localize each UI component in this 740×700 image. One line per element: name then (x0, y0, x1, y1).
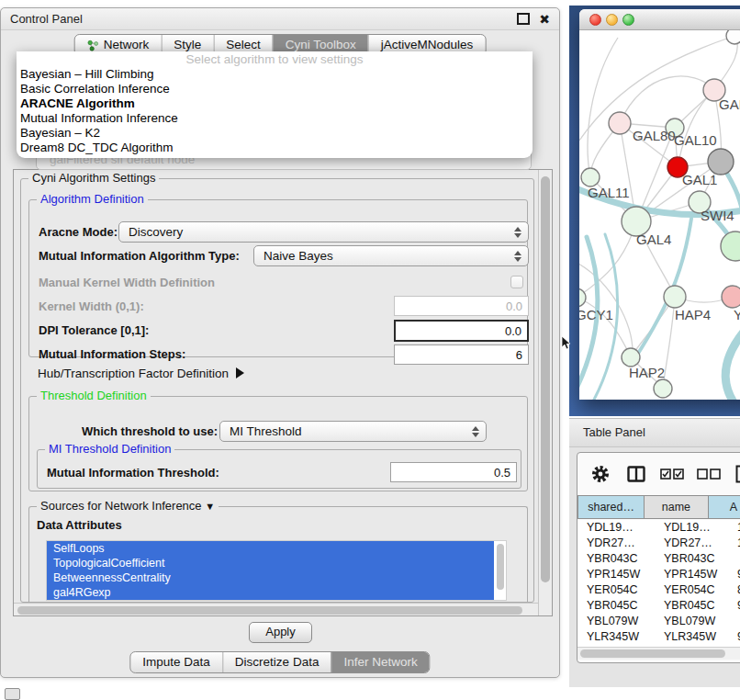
table-row[interactable]: YBL079WYBL079W (577, 614, 740, 629)
network-desktop: GAL GAL80 GAL10 GAL1 GAL11 SWI4 GAL4 GCY… (569, 6, 740, 416)
dpi-tolerance-label: DPI Tolerance [0,1]: (39, 323, 149, 337)
cyni-bottom-tabbar: Impute Data Discretize Data Infer Networ… (129, 651, 430, 673)
dropdown-option[interactable]: Dream8 DC_TDC Algorithm (17, 141, 533, 155)
mouse-cursor (561, 336, 572, 351)
group-mi-threshold: MI Threshold Definition Mutual Informati… (37, 449, 521, 489)
tab-impute-data[interactable]: Impute Data (130, 652, 222, 672)
group-algorithm-definition: Algorithm Definition Aracne Mode: Discov… (28, 199, 528, 357)
which-threshold-select[interactable]: MI Threshold (219, 421, 487, 442)
deselect-all-rows-icon[interactable] (697, 469, 721, 480)
mi-type-select[interactable]: Naive Bayes (253, 245, 529, 266)
table-header-row: shared… name A (577, 495, 740, 519)
collapse-arrow-icon[interactable]: ▼ (205, 501, 215, 512)
attribute-item[interactable]: BetweennessCentrality (47, 570, 499, 585)
kernel-width-input: 0.0 (394, 296, 529, 316)
float-panel-icon[interactable] (517, 13, 530, 25)
list-scrollbar[interactable] (494, 541, 506, 600)
group-sources: Sources for Network Inference ▼ Data Att… (28, 506, 528, 604)
kernel-width-label: Kernel Width (0,1): (39, 299, 144, 313)
table-panel: shared… name A YDL19…YDL19…13 YDR27…YDR2… (577, 452, 740, 663)
table-panel-title: Table Panel (569, 419, 740, 447)
node-label: SWI4 (701, 208, 734, 223)
settings-vertical-scrollbar[interactable] (538, 170, 552, 616)
group-threshold-definition: Threshold Definition Which threshold to … (28, 396, 528, 491)
expander-arrow-icon (236, 367, 244, 378)
select-all-rows-icon[interactable] (660, 469, 684, 480)
data-attributes-list[interactable]: SelfLoops TopologicalCoefficient Between… (46, 540, 507, 601)
dropdown-placeholder: Select algorithm to view settings (17, 51, 533, 67)
hub-definition-expander[interactable]: Hub/Transcription Factor Definition (38, 367, 244, 380)
attribute-item[interactable]: SelfLoops (47, 541, 499, 556)
dpi-tolerance-input[interactable]: 0.0 (394, 320, 529, 342)
aracne-mode-label: Aracne Mode: (39, 225, 118, 239)
dropdown-option[interactable]: Mutual Information Inference (17, 111, 533, 126)
dropdown-option[interactable]: Basic Correlation Inference (17, 82, 533, 96)
which-threshold-label: Which threshold to use: (82, 424, 218, 438)
table-rows: YDL19…YDL19…13 YDR27…YDR27…12 YBR043CYBR… (577, 520, 740, 647)
zoom-window-icon[interactable] (622, 14, 634, 26)
table-row[interactable]: YBR045CYBR045C9. (577, 598, 740, 614)
minimized-panel-icon[interactable] (5, 688, 20, 700)
close-panel-icon[interactable]: ✖ (539, 13, 550, 26)
mi-threshold-label: Mutual Information Threshold: (47, 466, 219, 480)
node-label: GAL4 (636, 231, 671, 247)
control-panel-titlebar: Control Panel ✖ (1, 8, 559, 30)
sources-title: Sources for Network Inference (40, 499, 202, 513)
apply-button[interactable]: Apply (249, 622, 312, 643)
attribute-item[interactable]: gal4RGexp (47, 585, 499, 600)
stepper-arrows-icon (514, 227, 521, 238)
table-row[interactable]: YDL19…YDL19…13 (577, 520, 740, 536)
manual-kernel-checkbox[interactable] (510, 276, 523, 288)
table-row[interactable]: YBR043CYBR043C (577, 551, 740, 567)
settings-horizontal-scrollbar[interactable] (14, 603, 540, 616)
dropdown-option-aracne[interactable]: ARACNE Algorithm (17, 96, 533, 111)
gear-icon[interactable] (590, 464, 611, 484)
algorithm-dropdown-list: Select algorithm to view settings Bayesi… (17, 51, 533, 158)
control-panel-title: Control Panel (10, 12, 83, 26)
node-label: GAL11 (588, 185, 630, 200)
table-panel-section: Table Panel (569, 418, 740, 687)
cyni-settings-pane: Cyni Algorithm Settings Algorithm Defini… (13, 169, 553, 616)
dropdown-option[interactable]: Bayesian – K2 (17, 126, 533, 141)
node-label: HAP2 (629, 365, 665, 380)
node-label: Y (734, 307, 740, 322)
mi-type-label: Mutual Information Algorithm Type: (39, 249, 240, 263)
data-attributes-label: Data Attributes (37, 518, 122, 532)
table-row[interactable]: YDR27…YDR27…12 (577, 536, 740, 551)
group-title: Cyni Algorithm Settings (28, 171, 159, 186)
tab-discretize-data[interactable]: Discretize Data (222, 652, 331, 672)
dropdown-option[interactable]: Bayesian – Hill Climbing (17, 67, 533, 82)
mi-steps-input[interactable]: 6 (394, 344, 529, 365)
node-label: GCY1 (579, 307, 613, 322)
table-row[interactable]: YLR345WYLR345W9. (577, 629, 740, 645)
node-label: GAL10 (674, 132, 717, 148)
group-cyni-algorithm-settings: Cyni Algorithm Settings Algorithm Defini… (20, 178, 534, 603)
stepper-arrows-icon (514, 251, 521, 262)
column-header-shared-name[interactable]: shared… (577, 495, 645, 519)
close-window-icon[interactable] (589, 14, 601, 26)
network-window-titlebar[interactable] (579, 9, 740, 30)
network-canvas[interactable]: GAL GAL80 GAL10 GAL1 GAL11 SWI4 GAL4 GCY… (579, 30, 740, 400)
network-view-window[interactable]: GAL GAL80 GAL10 GAL1 GAL11 SWI4 GAL4 GCY… (579, 9, 740, 400)
table-row[interactable]: YER054CYER054C8. (577, 582, 740, 598)
node-label: GAL (719, 96, 740, 112)
mi-steps-label: Mutual Information Steps: (39, 347, 185, 361)
stepper-arrows-icon (472, 426, 479, 437)
table-row[interactable]: YPR145WYPR145W9. (577, 567, 740, 582)
node-label: GAL1 (682, 172, 717, 187)
tab-infer-network[interactable]: Infer Network (331, 652, 429, 672)
column-header-third[interactable]: A (709, 495, 740, 519)
columns-icon[interactable] (627, 466, 645, 482)
network-graph: GAL GAL80 GAL10 GAL1 GAL11 SWI4 GAL4 GCY… (579, 30, 740, 400)
table-horizontal-scrollbar[interactable] (577, 647, 740, 660)
new-table-icon[interactable] (735, 465, 740, 483)
node-label: GAL80 (633, 128, 676, 143)
mi-threshold-input[interactable]: 0.5 (390, 462, 517, 482)
column-header-name[interactable]: name (645, 495, 709, 519)
node-label: HAP4 (675, 307, 711, 322)
aracne-mode-select[interactable]: Discovery (118, 221, 529, 243)
attribute-item[interactable]: TopologicalCoefficient (47, 556, 499, 570)
manual-kernel-label: Manual Kernel Width Definition (39, 276, 215, 289)
table-toolbar (577, 453, 740, 495)
minimize-window-icon[interactable] (606, 14, 618, 26)
